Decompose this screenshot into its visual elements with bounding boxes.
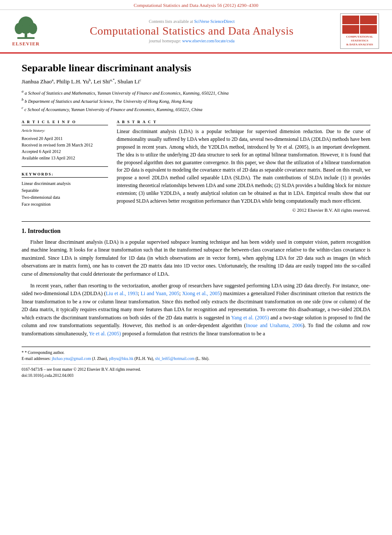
author-li: Shulan Lic	[118, 78, 141, 85]
intro-paragraph-1: Fisher linear discriminant analysis (LDA…	[22, 238, 370, 278]
footer-info: 0167-9473/$ – see front matter © 2012 El…	[22, 364, 370, 379]
citation-liyuan2005[interactable]: Li and Yuan, 2005	[141, 290, 179, 296]
affiliation-c: c c School of Accountancy, Yunnan Univer…	[22, 105, 370, 113]
sciverse-line: Contents lists available at SciVerse Sci…	[43, 19, 340, 24]
journal-center: Contents lists available at SciVerse Sci…	[43, 19, 340, 43]
journal-header: ELSEVIER Contents lists available at Sci…	[0, 10, 392, 54]
main-content: Separable linear discriminant analysis J…	[0, 54, 392, 387]
svg-point-2	[15, 23, 23, 34]
journal-logo-right: COMPUTATIONALSTATISTICS& DATA ANALYSIS	[340, 13, 379, 49]
homepage-link[interactable]: www.elsevier.com/locate/csda	[182, 38, 235, 43]
article-info-header: A R T I C L E I N F O	[22, 120, 108, 125]
elsevier-logo: ELSEVIER	[9, 16, 43, 46]
authors-line: Jianhua Zhaoa, Philip L.H. Yub, Lei Shia…	[22, 77, 370, 85]
elsevier-brand: ELSEVIER	[12, 41, 40, 46]
journal-citation: Computational Statistics and Data Analys…	[134, 3, 258, 8]
citation-ye2005[interactable]: Ye et al. (2005)	[89, 331, 121, 337]
intro-paragraph-2: In recent years, rather than resorting t…	[22, 282, 370, 338]
section1-title: 1. Introduction	[22, 228, 370, 235]
affiliations: a a School of Statistics and Mathematics…	[22, 89, 370, 113]
keyword-lda: Linear discriminant analysis	[22, 180, 108, 187]
journal-homepage: journal homepage: www.elsevier.com/locat…	[43, 38, 340, 43]
history-label: Article history:	[22, 128, 108, 134]
email-yu[interactable]: plhyu@hku.hk	[109, 357, 134, 361]
keyword-separable: Separable	[22, 187, 108, 194]
footnote-section: * * Corresponding author. E-mail address…	[22, 347, 370, 362]
section-divider	[22, 221, 370, 222]
author-yu: Philip L.H. Yub	[56, 78, 91, 85]
top-bar: Computational Statistics and Data Analys…	[0, 0, 392, 10]
keywords-header: Keywords:	[22, 172, 108, 178]
affiliation-b: b b Department of Statistics and Actuari…	[22, 97, 370, 105]
journal-title: Computational Statistics and Data Analys…	[43, 25, 340, 38]
svg-point-3	[29, 23, 37, 34]
keywords-section: Keywords: Linear discriminant analysis S…	[22, 172, 108, 208]
keyword-2d: Two-dimensional data	[22, 194, 108, 201]
keyword-face: Face recognition	[22, 201, 108, 208]
article-info-col: A R T I C L E I N F O Article history: R…	[22, 120, 108, 214]
author-shi: Lei Shia,*	[94, 78, 115, 85]
citation-liu1993[interactable]: Liu et al., 1993	[106, 290, 138, 296]
email-note: E-mail addresses: jhzhao.ynu@gmail.com (…	[22, 356, 370, 362]
citation-yang2005[interactable]: Yang et al. (2005)	[231, 315, 269, 321]
email-shi[interactable]: shi_lei65@hotmail.com	[155, 357, 194, 361]
info-divider	[22, 166, 108, 167]
accepted-date: Accepted 6 April 2012	[22, 148, 108, 155]
issn-line: 0167-9473/$ – see front matter © 2012 El…	[22, 366, 370, 373]
abstract-text: Linear discriminant analysis (LDA) is a …	[117, 128, 370, 214]
abstract-copyright: © 2012 Elsevier B.V. All rights reserved…	[117, 207, 370, 214]
doi-line: doi:10.1016/j.csda.2012.04.003	[22, 373, 370, 379]
abstract-header: A B S T R A C T	[117, 120, 370, 125]
affiliation-a: a a School of Statistics and Mathematics…	[22, 89, 370, 96]
logo-text: COMPUTATIONALSTATISTICS& DATA ANALYSIS	[342, 35, 377, 47]
citation-inoue2006[interactable]: Inoue and Urahama, 2006	[246, 322, 303, 328]
sciverse-link[interactable]: SciVerse ScienceDirect	[194, 19, 235, 24]
section1-number: 1.	[22, 228, 26, 234]
author-zhao: Jianhua Zhaoa	[22, 78, 54, 85]
email-label: E-mail addresses:	[22, 357, 52, 361]
received-revised-date: Received in revised form 28 March 2012	[22, 142, 108, 148]
available-online-date: Available online 13 April 2012	[22, 155, 108, 161]
section1-heading: Introduction	[28, 228, 61, 234]
article-history: Article history: Received 20 April 2011 …	[22, 128, 108, 161]
article-info-abstract: A R T I C L E I N F O Article history: R…	[22, 120, 370, 214]
corresponding-note: * * Corresponding author.	[22, 350, 370, 356]
abstract-body: Linear discriminant analysis (LDA) is a …	[117, 129, 370, 203]
citation-xiong2005[interactable]: Xiong et al., 2005	[182, 290, 220, 296]
received-date: Received 20 April 2011	[22, 135, 108, 142]
svg-rect-4	[17, 37, 35, 39]
abstract-col: A B S T R A C T Linear discriminant anal…	[117, 120, 370, 214]
paper-title: Separable linear discriminant analysis	[22, 62, 370, 74]
email-zhao[interactable]: jhzhao.ynu@gmail.com	[52, 357, 91, 361]
